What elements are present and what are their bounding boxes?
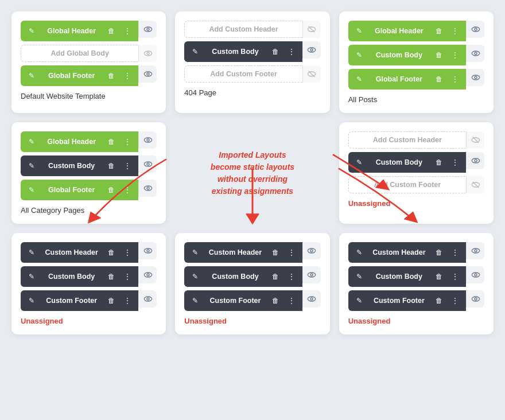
trash-icon[interactable]: 🗑 bbox=[433, 156, 445, 169]
trash-icon[interactable]: 🗑 bbox=[433, 73, 445, 85]
trash-icon[interactable]: 🗑 bbox=[105, 270, 118, 283]
dots-icon[interactable]: ⋮ bbox=[121, 69, 134, 82]
dots-icon[interactable]: ⋮ bbox=[449, 246, 461, 259]
edit-icon[interactable]: ✎ bbox=[189, 246, 201, 259]
row-main-add-custom-header: Add Custom Header bbox=[348, 131, 466, 149]
trash-icon[interactable]: 🗑 bbox=[105, 246, 118, 259]
trash-icon[interactable]: 🗑 bbox=[269, 270, 282, 283]
dots-icon[interactable]: ⋮ bbox=[449, 270, 461, 283]
row-label: Add Custom Footer bbox=[189, 70, 297, 78]
trash-icon[interactable]: 🗑 bbox=[433, 270, 445, 283]
trash-icon[interactable]: 🗑 bbox=[269, 45, 282, 58]
svg-point-4 bbox=[144, 72, 152, 76]
dots-icon[interactable]: ⋮ bbox=[449, 294, 461, 307]
trash-icon[interactable]: 🗑 bbox=[269, 294, 282, 307]
trash-icon[interactable]: 🗑 bbox=[105, 25, 118, 37]
card-unassigned-br: ✎ Custom Header 🗑 ⋮ ✎ Custom Body 🗑 ⋮ ✎ bbox=[339, 233, 494, 335]
eye-button[interactable] bbox=[466, 152, 484, 169]
svg-point-13 bbox=[475, 28, 477, 30]
row-global-footer-category: ✎ Global Footer 🗑 ⋮ bbox=[21, 180, 157, 200]
edit-icon[interactable]: ✎ bbox=[25, 135, 38, 148]
edit-icon[interactable]: ✎ bbox=[25, 246, 38, 259]
eye-button[interactable] bbox=[138, 155, 157, 173]
trash-icon[interactable]: 🗑 bbox=[105, 160, 118, 172]
svg-point-45 bbox=[475, 274, 477, 276]
dots-icon[interactable]: ⋮ bbox=[121, 184, 134, 196]
dots-icon[interactable]: ⋮ bbox=[121, 246, 134, 259]
svg-point-17 bbox=[475, 76, 477, 79]
edit-icon[interactable]: ✎ bbox=[189, 45, 201, 58]
eye-button[interactable] bbox=[466, 290, 484, 308]
eye-button[interactable] bbox=[302, 290, 321, 308]
edit-icon[interactable]: ✎ bbox=[25, 294, 38, 307]
eye-button[interactable] bbox=[138, 21, 157, 38]
trash-icon[interactable]: 🗑 bbox=[105, 184, 118, 196]
svg-point-46 bbox=[472, 297, 479, 301]
dots-icon[interactable]: ⋮ bbox=[449, 49, 461, 61]
svg-point-16 bbox=[472, 75, 479, 80]
edit-icon[interactable]: ✎ bbox=[353, 156, 366, 169]
eye-button[interactable] bbox=[302, 266, 321, 283]
eye-button-disabled[interactable] bbox=[466, 131, 484, 149]
dots-icon[interactable]: ⋮ bbox=[449, 73, 461, 85]
row-custom-header-bl: ✎ Custom Header 🗑 ⋮ bbox=[21, 242, 157, 263]
dots-icon[interactable]: ⋮ bbox=[449, 25, 461, 37]
eye-button-disabled[interactable] bbox=[302, 65, 321, 83]
eye-button[interactable] bbox=[138, 65, 157, 83]
dots-icon[interactable]: ⋮ bbox=[449, 156, 461, 169]
edit-icon[interactable]: ✎ bbox=[353, 49, 366, 61]
eye-button[interactable] bbox=[138, 131, 157, 149]
edit-icon[interactable]: ✎ bbox=[353, 294, 366, 307]
dots-icon[interactable]: ⋮ bbox=[285, 270, 298, 283]
edit-icon[interactable]: ✎ bbox=[189, 294, 201, 307]
trash-icon[interactable]: 🗑 bbox=[105, 69, 118, 82]
row-label: Custom Footer bbox=[41, 297, 102, 305]
trash-icon[interactable]: 🗑 bbox=[433, 49, 445, 61]
trash-icon[interactable]: 🗑 bbox=[105, 294, 118, 307]
dots-icon[interactable]: ⋮ bbox=[121, 270, 134, 283]
trash-icon[interactable]: 🗑 bbox=[433, 246, 445, 259]
eye-button[interactable] bbox=[466, 21, 484, 38]
trash-icon[interactable]: 🗑 bbox=[105, 135, 118, 148]
edit-icon[interactable]: ✎ bbox=[353, 73, 366, 85]
dots-icon[interactable]: ⋮ bbox=[121, 25, 134, 37]
row-label: Add Custom Header bbox=[354, 136, 461, 144]
eye-button[interactable] bbox=[138, 290, 157, 308]
card-label: All Posts bbox=[348, 95, 484, 104]
row-label: Global Footer bbox=[41, 72, 102, 80]
edit-icon[interactable]: ✎ bbox=[25, 270, 38, 283]
dots-icon[interactable]: ⋮ bbox=[121, 294, 134, 307]
dots-icon[interactable]: ⋮ bbox=[121, 160, 134, 172]
eye-button[interactable] bbox=[138, 242, 157, 259]
row-main-custom-body: ✎ Custom Body 🗑 ⋮ bbox=[348, 45, 466, 65]
eye-button-disabled[interactable] bbox=[138, 45, 157, 62]
svg-point-35 bbox=[147, 298, 149, 300]
eye-button[interactable] bbox=[302, 242, 321, 259]
trash-icon[interactable]: 🗑 bbox=[433, 294, 445, 307]
eye-button[interactable] bbox=[466, 242, 484, 259]
eye-button-disabled[interactable] bbox=[302, 21, 321, 38]
edit-icon[interactable]: ✎ bbox=[25, 184, 38, 196]
edit-icon[interactable]: ✎ bbox=[25, 69, 38, 82]
eye-button-disabled[interactable] bbox=[466, 176, 484, 193]
trash-icon[interactable]: 🗑 bbox=[433, 25, 445, 37]
row-label: Add Custom Header bbox=[189, 25, 297, 33]
dots-icon[interactable]: ⋮ bbox=[285, 45, 298, 58]
dots-icon[interactable]: ⋮ bbox=[285, 294, 298, 307]
eye-button[interactable] bbox=[466, 45, 484, 62]
dots-icon[interactable]: ⋮ bbox=[121, 135, 134, 148]
eye-button[interactable] bbox=[138, 266, 157, 283]
eye-button[interactable] bbox=[466, 266, 484, 283]
card-all-category: ✎ Global Header 🗑 ⋮ ✎ Custom Body 🗑 ⋮ ✎ bbox=[11, 122, 166, 224]
edit-icon[interactable]: ✎ bbox=[353, 246, 366, 259]
edit-icon[interactable]: ✎ bbox=[189, 270, 201, 283]
edit-icon[interactable]: ✎ bbox=[353, 270, 366, 283]
eye-button[interactable] bbox=[302, 41, 321, 59]
edit-icon[interactable]: ✎ bbox=[25, 25, 38, 37]
dots-icon[interactable]: ⋮ bbox=[285, 246, 298, 259]
eye-button[interactable] bbox=[466, 69, 484, 86]
trash-icon[interactable]: 🗑 bbox=[269, 246, 282, 259]
eye-button[interactable] bbox=[138, 180, 157, 197]
edit-icon[interactable]: ✎ bbox=[353, 25, 366, 37]
edit-icon[interactable]: ✎ bbox=[25, 160, 38, 172]
